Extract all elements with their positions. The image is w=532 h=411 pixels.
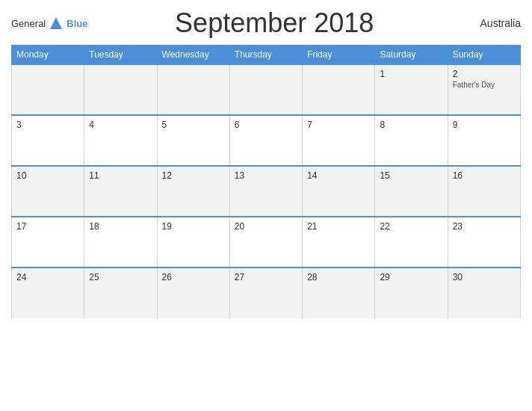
cell-0-0	[12, 64, 84, 115]
country-label: Australia	[461, 17, 521, 29]
cell-3-1: 18	[84, 217, 157, 268]
day-number: 2	[453, 69, 458, 79]
day-number: 15	[380, 170, 389, 181]
cell-4-5: 29	[375, 268, 448, 318]
day-number: 4	[89, 120, 94, 130]
cell-1-1: 4	[84, 115, 157, 166]
cell-3-6: 23	[448, 217, 520, 268]
day-number: 21	[307, 221, 317, 232]
header-thursday: Thursday	[229, 46, 302, 65]
week-row-4: 17181920212223	[12, 217, 521, 268]
logo: General Blue	[11, 16, 87, 31]
cell-1-0: 3	[12, 115, 84, 166]
logo-icon	[49, 16, 64, 31]
calendar-table: Monday Tuesday Wednesday Thursday Friday…	[11, 45, 521, 318]
cell-3-0: 17	[12, 217, 84, 268]
day-number: 3	[16, 120, 22, 130]
calendar-title: September 2018	[87, 7, 461, 39]
day-event: Father's Day	[453, 81, 516, 89]
cell-0-6: 2Father's Day	[448, 64, 520, 115]
week-row-3: 10111213141516	[12, 166, 521, 217]
day-number: 9	[453, 120, 458, 130]
header-sunday: Sunday	[448, 46, 520, 65]
day-number: 17	[16, 221, 26, 232]
header-wednesday: Wednesday	[157, 46, 229, 65]
day-number: 8	[380, 120, 385, 130]
cell-2-1: 11	[84, 166, 157, 217]
cell-1-2: 5	[157, 115, 229, 166]
day-number: 25	[89, 272, 99, 282]
day-number: 19	[162, 221, 172, 232]
day-number: 16	[453, 170, 463, 181]
day-number: 23	[453, 221, 463, 232]
day-number: 11	[89, 170, 99, 181]
day-number: 6	[235, 120, 240, 130]
cell-1-3: 6	[229, 115, 302, 166]
day-number: 12	[162, 170, 172, 181]
header-monday: Monday	[12, 46, 84, 65]
cell-0-1	[84, 64, 157, 115]
day-number: 22	[380, 221, 389, 232]
day-number: 27	[235, 272, 244, 282]
day-number: 13	[235, 170, 244, 181]
cell-2-4: 14	[303, 166, 375, 217]
week-row-1: 12Father's Day	[12, 64, 521, 115]
cell-0-3	[229, 64, 302, 115]
header: General Blue September 2018 Australia	[11, 7, 521, 39]
day-number: 24	[16, 272, 26, 282]
cell-3-4: 21	[303, 217, 375, 268]
day-number: 14	[307, 170, 317, 181]
calendar-page: General Blue September 2018 Australia Mo…	[0, 0, 532, 411]
week-row-5: 24252627282930	[12, 268, 521, 318]
cell-4-0: 24	[12, 268, 84, 318]
cell-3-3: 20	[229, 217, 302, 268]
header-friday: Friday	[303, 46, 375, 65]
svg-marker-0	[50, 17, 62, 29]
day-number: 18	[89, 221, 99, 232]
weekday-header-row: Monday Tuesday Wednesday Thursday Friday…	[12, 46, 521, 65]
cell-0-4	[303, 64, 375, 115]
day-number: 26	[162, 272, 172, 282]
day-number: 1	[380, 69, 385, 79]
day-number: 5	[162, 120, 167, 130]
header-saturday: Saturday	[375, 46, 448, 65]
cell-0-5: 1	[375, 64, 448, 115]
logo-general: General	[11, 16, 46, 30]
cell-2-5: 15	[375, 166, 448, 217]
cell-1-4: 7	[303, 115, 375, 166]
cell-4-3: 27	[229, 268, 302, 318]
header-tuesday: Tuesday	[84, 46, 157, 65]
day-number: 29	[380, 272, 389, 282]
cell-1-5: 8	[375, 115, 448, 166]
day-number: 20	[235, 221, 244, 232]
cell-4-1: 25	[84, 268, 157, 318]
day-number: 7	[307, 120, 312, 130]
day-number: 28	[307, 272, 317, 282]
cell-3-2: 19	[157, 217, 229, 268]
cell-2-6: 16	[448, 166, 520, 217]
cell-2-0: 10	[12, 166, 84, 217]
cell-2-3: 13	[229, 166, 302, 217]
cell-4-4: 28	[303, 268, 375, 318]
cell-1-6: 9	[448, 115, 520, 166]
day-number: 10	[16, 170, 26, 181]
cell-4-6: 30	[448, 268, 520, 318]
cell-3-5: 22	[375, 217, 448, 268]
day-number: 30	[453, 272, 463, 282]
cell-0-2	[157, 64, 229, 115]
week-row-2: 3456789	[12, 115, 521, 166]
cell-4-2: 26	[157, 268, 229, 318]
cell-2-2: 12	[157, 166, 229, 217]
